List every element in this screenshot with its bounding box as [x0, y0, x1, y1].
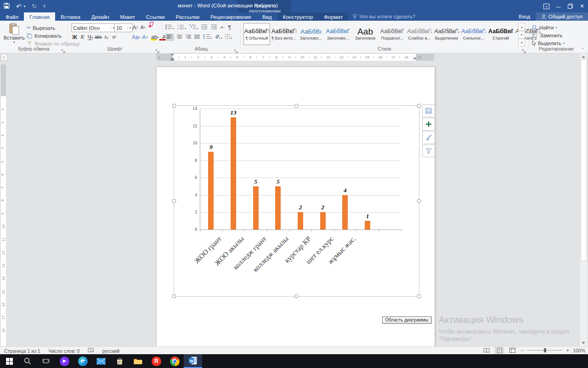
undo-icon[interactable]: ↶ [16, 3, 22, 10]
align-right-button[interactable] [186, 34, 192, 40]
mail-button[interactable] [92, 354, 110, 368]
zoom-in-icon[interactable]: + [566, 347, 569, 354]
styles-more-icon[interactable]: ▼̄ [518, 39, 525, 46]
chrome-button[interactable] [165, 354, 184, 368]
customize-qat-icon[interactable]: ▿̄ [43, 4, 45, 9]
chart-bar[interactable] [253, 186, 259, 230]
grow-font-button[interactable]: А˄ [132, 23, 139, 32]
shading-icon[interactable]: ▾ [215, 34, 222, 40]
chart-handle-top-center[interactable] [294, 104, 299, 108]
indent-marker-first-line[interactable] [170, 54, 174, 56]
ribbon-display-options-icon[interactable] [540, 0, 552, 12]
chart-handle-bottom-left[interactable] [172, 294, 176, 299]
chart-handle-top-left[interactable] [172, 104, 176, 108]
proofing-icon[interactable] [84, 348, 98, 354]
chart-elements-button[interactable] [422, 118, 435, 131]
indent-marker-right[interactable] [413, 57, 417, 59]
replace-button[interactable]: abac Заменить [532, 31, 562, 39]
chart-bar[interactable] [298, 212, 303, 230]
chart-bar[interactable] [275, 186, 281, 230]
tab-вид[interactable]: Вид [257, 12, 277, 21]
bullet-list-icon[interactable]: ▾ [165, 24, 174, 30]
zoom-slider-thumb[interactable] [544, 348, 546, 352]
chart-bar[interactable] [208, 152, 214, 230]
style-chip[interactable]: АаБбВвГг,¶ Обычный [243, 23, 270, 45]
align-center-button[interactable] [177, 34, 183, 40]
tab-макет[interactable]: Макет [114, 12, 141, 21]
chart-object[interactable]: 02468101214913552241ЖОО грантЖОО акылыко… [174, 105, 419, 297]
justify-button[interactable] [194, 34, 200, 40]
styles-scroll-up-icon[interactable]: ▲ [518, 23, 525, 31]
minimize-button[interactable]: — [552, 0, 564, 12]
share-button[interactable]: Общий доступ [536, 12, 588, 21]
chart-handle-top-right[interactable] [417, 104, 421, 108]
restore-button[interactable] [564, 0, 576, 12]
style-chip[interactable]: АаБбВвГПодзагол... [379, 23, 406, 45]
numbered-list-icon[interactable]: 12▾ [177, 24, 186, 30]
tab-формат[interactable]: Формат [318, 12, 348, 21]
paste-button[interactable]: Вставить ▾ [4, 23, 25, 44]
close-button[interactable]: ✕ [576, 0, 588, 12]
start-button[interactable] [0, 354, 18, 368]
zoom-slider[interactable] [527, 350, 562, 351]
tab-файл[interactable]: Файл [0, 12, 24, 21]
paragraph-dialog-launcher[interactable] [234, 47, 238, 52]
sort-icon[interactable]: А↓Я [220, 25, 225, 29]
clipboard-dialog-launcher[interactable] [61, 47, 66, 52]
tab-главная[interactable]: Главная [24, 12, 55, 21]
italic-button[interactable]: К [79, 33, 86, 41]
word-count[interactable]: Число слов: 0 [45, 348, 84, 354]
horizontal-ruler[interactable]: 112345678910111213141516171819 [156, 54, 434, 61]
file-explorer-button[interactable] [129, 354, 147, 368]
tab-вставка[interactable]: Вставка [55, 12, 86, 21]
taskbar-search-button[interactable] [18, 354, 37, 368]
chart-bar[interactable] [365, 221, 370, 230]
change-case-button[interactable]: Aa [132, 33, 141, 41]
underline-button[interactable]: Ч [87, 33, 94, 41]
layout-options-button[interactable] [422, 104, 435, 117]
copy-button[interactable]: Копировать [27, 32, 62, 40]
undo-dropdown-icon[interactable]: ▾ [24, 5, 26, 8]
superscript-button[interactable]: x² [111, 33, 118, 41]
style-chip[interactable]: АаБбВıЗаголово... [298, 23, 324, 45]
style-chip[interactable]: АаБбВвГгВыделение [433, 23, 460, 45]
chart-handle-bottom-center[interactable] [294, 294, 299, 299]
styles-dialog-launcher[interactable] [522, 47, 526, 52]
tab-selector[interactable]: L [1, 54, 8, 61]
style-chip[interactable]: АаБбВвГгСильное... [460, 23, 487, 45]
tab-конструктор[interactable]: Конструктор [277, 12, 319, 21]
sign-in-button[interactable]: Вход [513, 14, 536, 19]
document-page[interactable]: 02468101214913552241ЖОО грантЖОО акылыко… [156, 67, 435, 346]
shrink-font-button[interactable]: А˅ [140, 23, 147, 32]
style-chip[interactable]: АаbЗаголовок [352, 23, 379, 45]
language-indicator[interactable]: русский [98, 348, 124, 354]
collapse-ribbon-icon[interactable]: ⌃ [581, 47, 584, 52]
task-view-button[interactable] [37, 354, 55, 368]
scroll-down-icon[interactable] [582, 342, 585, 344]
find-button[interactable]: Найти▾ [532, 23, 557, 31]
web-layout-icon[interactable] [508, 347, 517, 354]
tab-рассылки[interactable]: Рассылки [170, 12, 205, 21]
style-chip[interactable]: АаБбВвГЗаголово... [325, 23, 351, 45]
vertical-scrollbar[interactable] [580, 53, 587, 346]
chart-filters-button[interactable] [422, 144, 435, 157]
decrease-indent-icon[interactable] [201, 24, 208, 30]
increase-indent-icon[interactable] [211, 24, 217, 30]
chart-bar[interactable] [320, 212, 326, 230]
alice-assistant-button[interactable] [55, 354, 74, 368]
text-effects-button[interactable]: А [141, 33, 148, 41]
tell-me-box[interactable]: Что вы хотите сделать? [348, 12, 420, 21]
multilevel-list-icon[interactable]: ▾ [189, 24, 198, 30]
chart-handle-mid-left[interactable] [172, 199, 176, 203]
font-name-combo[interactable]: Calibri (Осн▾ [71, 23, 116, 32]
font-dialog-launcher[interactable] [155, 47, 160, 52]
clear-format-icon[interactable] [148, 22, 155, 30]
tab-ссылки[interactable]: Ссылки [141, 12, 170, 21]
save-icon[interactable] [4, 3, 10, 10]
style-chip[interactable]: АаБбВвГг,¶ Без инте... [271, 23, 297, 45]
page-indicator[interactable]: Страница 1 из 1 [0, 348, 45, 354]
chart-styles-button[interactable] [422, 131, 435, 144]
line-spacing-icon[interactable]: ▾ [203, 34, 212, 40]
yandex-browser-button[interactable]: Я [147, 354, 165, 368]
highlight-button[interactable]: ab [151, 33, 158, 41]
